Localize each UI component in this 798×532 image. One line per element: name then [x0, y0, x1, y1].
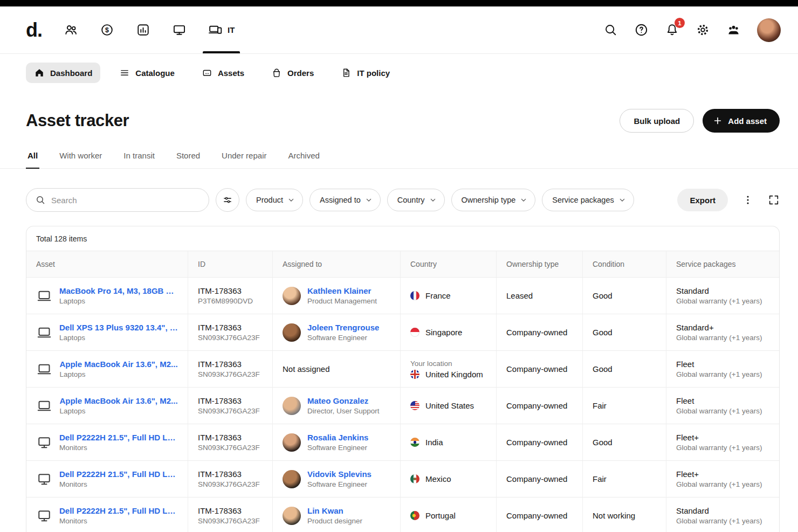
- svg-text:$: $: [105, 26, 109, 34]
- filters-button[interactable]: [216, 188, 239, 212]
- chart-icon: [136, 23, 150, 37]
- help-icon: [634, 23, 649, 37]
- nav-people-button[interactable]: [64, 6, 78, 53]
- add-asset-button[interactable]: Add asset: [703, 109, 780, 133]
- export-button[interactable]: Export: [677, 189, 728, 211]
- tab-with-worker[interactable]: With worker: [58, 151, 104, 168]
- country-name: France: [425, 291, 451, 300]
- user-avatar[interactable]: [757, 18, 781, 42]
- subnav-item-assets[interactable]: Assets: [194, 63, 252, 83]
- column-header-id: ID: [188, 251, 273, 277]
- subnav-item-dashboard[interactable]: Dashboard: [26, 63, 100, 83]
- tab-stored[interactable]: Stored: [175, 151, 202, 168]
- help-button[interactable]: [634, 23, 649, 37]
- ownership-type: Company-owned: [506, 511, 573, 520]
- assignee-name-link[interactable]: Mateo Gonzalez: [307, 396, 380, 405]
- asset-name-link[interactable]: MacBook Pro 14, M3, 18GB R...: [59, 286, 178, 295]
- assignee-avatar: [283, 507, 301, 525]
- assignee-avatar: [283, 323, 301, 342]
- filter-dropdown-assigned-to[interactable]: Assigned to: [309, 189, 381, 211]
- add-asset-label: Add asset: [728, 116, 767, 126]
- asset-category: Laptops: [59, 297, 178, 305]
- table-row[interactable]: MacBook Pro 14, M3, 18GB R... Laptops IT…: [26, 278, 779, 314]
- deel-logo[interactable]: d.: [26, 20, 42, 40]
- column-header-asset: Asset: [26, 251, 188, 277]
- asset-category: Monitors: [59, 480, 178, 488]
- filter-dropdown-ownership-type[interactable]: Ownership type: [451, 189, 536, 211]
- asset-name-link[interactable]: Dell P2222H 21.5", Full HD LE...: [59, 433, 178, 442]
- tab-all[interactable]: All: [26, 151, 39, 168]
- table-row[interactable]: Dell P2222H 21.5", Full HD LE... Monitor…: [26, 498, 779, 532]
- table-row[interactable]: Dell XPS 13 Plus 9320 13.4", i... Laptop…: [26, 314, 779, 351]
- condition-value: Fair: [593, 401, 656, 410]
- laptop-icon: [36, 361, 52, 377]
- nav-chart-button[interactable]: [136, 6, 150, 53]
- assignee-name-link[interactable]: Joleen Trengrouse: [307, 323, 379, 332]
- org-button[interactable]: [726, 23, 741, 37]
- ownership-type: Company-owned: [506, 474, 573, 483]
- ownership-type: Company-owned: [506, 438, 573, 447]
- assignee-cell: Lin Kwan Product designer: [273, 498, 401, 532]
- subnav-item-it-policy[interactable]: IT policy: [333, 63, 398, 83]
- assignee-cell: Joleen Trengrouse Software Engineer: [273, 314, 401, 350]
- coin-icon: $: [100, 23, 114, 37]
- table-row[interactable]: Dell P2222H 21.5", Full HD LE... Monitor…: [26, 461, 779, 498]
- tab-in-transit[interactable]: In transit: [122, 151, 156, 168]
- asset-name-link[interactable]: Dell P2222H 21.5", Full HD LE...: [59, 469, 178, 479]
- notification-badge: 1: [675, 18, 685, 28]
- asset-id: ITM-178363: [198, 396, 263, 405]
- asset-category: Monitors: [59, 517, 178, 525]
- system-top-bar: [0, 0, 798, 6]
- asset-serial-number: P3T6M8990DVD: [198, 297, 263, 305]
- nav-coin-button[interactable]: $: [100, 6, 114, 53]
- table-row[interactable]: Apple MacBook Air 13.6", M2... Laptops I…: [26, 388, 779, 424]
- country-flag-icon: [410, 401, 419, 410]
- asset-name-link[interactable]: Dell XPS 13 Plus 9320 13.4", i...: [59, 323, 178, 332]
- filter-dropdown-service-packages[interactable]: Service packages: [542, 189, 634, 211]
- fullscreen-button[interactable]: [768, 194, 780, 206]
- search-input[interactable]: [51, 196, 200, 205]
- table-row[interactable]: Dell P2222H 21.5", Full HD LE... Monitor…: [26, 424, 779, 461]
- assignee-role: Product designer: [307, 517, 362, 525]
- search-input-wrap: [26, 188, 209, 212]
- chevron-down-icon: [618, 196, 627, 204]
- assignee-name-link[interactable]: Vidovik Splevins: [307, 469, 372, 479]
- condition-value: Good: [593, 438, 656, 447]
- subnav-item-catalogue[interactable]: Catalogue: [111, 63, 183, 83]
- bulk-upload-button[interactable]: Bulk upload: [620, 109, 694, 133]
- dropdown-label: Product: [256, 196, 283, 204]
- tab-under-repair[interactable]: Under repair: [220, 151, 268, 168]
- filter-dropdown-product[interactable]: Product: [246, 189, 303, 211]
- nav-itdevices-button[interactable]: IT: [208, 6, 235, 53]
- subnav-item-orders[interactable]: Orders: [263, 63, 322, 83]
- asset-name-link[interactable]: Apple MacBook Air 13.6", M2...: [59, 396, 177, 405]
- table-row[interactable]: Apple MacBook Air 13.6", M2... Laptops I…: [26, 351, 779, 388]
- nav-monitor-button[interactable]: [172, 6, 187, 53]
- tab-archived[interactable]: Archived: [286, 151, 321, 168]
- search-button[interactable]: [603, 23, 618, 37]
- country-flag-icon: [410, 291, 419, 300]
- assignee-name-link[interactable]: Lin Kwan: [307, 506, 362, 515]
- more-options-button[interactable]: [742, 194, 754, 206]
- ownership-type: Company-owned: [506, 401, 573, 410]
- condition-value: Good: [593, 291, 656, 300]
- asset-category: Laptops: [59, 334, 178, 342]
- monitor-icon: [36, 434, 52, 451]
- asset-name-link[interactable]: Dell P2222H 21.5", Full HD LE...: [59, 506, 178, 515]
- filter-icon: [222, 195, 233, 205]
- page-title: Asset tracker: [26, 111, 129, 130]
- service-warranty: Global warranty (+1 years): [676, 480, 769, 488]
- country-flag-icon: [410, 438, 419, 447]
- asset-name-link[interactable]: Apple MacBook Air 13.6", M2...: [59, 360, 177, 369]
- filter-dropdown-country[interactable]: Country: [387, 189, 445, 211]
- bell-button[interactable]: 1: [665, 23, 679, 37]
- ownership-type: Leased: [506, 291, 573, 300]
- assets-table: Total 128 items AssetIDAssigned toCountr…: [26, 226, 780, 532]
- gear-button[interactable]: [696, 23, 710, 37]
- assets-icon: [202, 67, 212, 78]
- plus-icon: [712, 115, 723, 126]
- home-icon: [34, 67, 45, 78]
- assignee-name-link[interactable]: Kathleen Klainer: [307, 286, 377, 295]
- assignee-name-link[interactable]: Rosalia Jenkins: [307, 433, 368, 442]
- column-header-assigned-to: Assigned to: [273, 251, 401, 277]
